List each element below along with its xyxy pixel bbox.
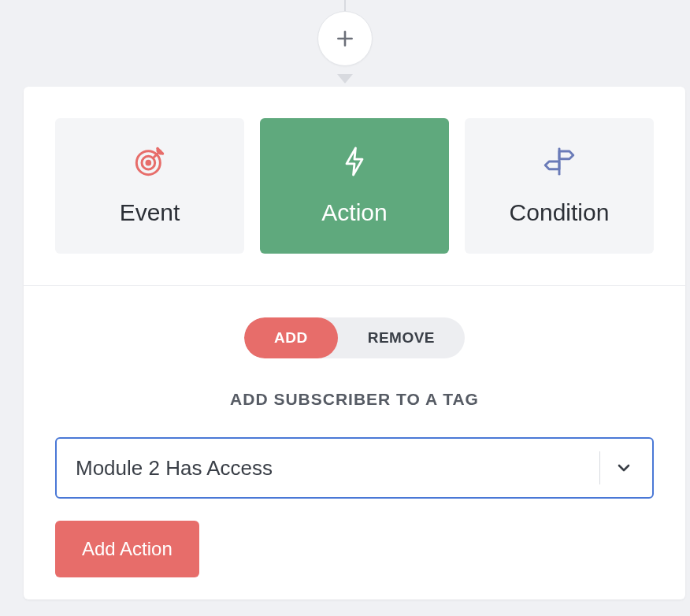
step-config-card: Event Action Condition ADD (24, 87, 685, 599)
step-type-selector: Event Action Condition (24, 87, 685, 286)
action-config-panel: ADD REMOVE ADD SUBSCRIBER TO A TAG Modul… (24, 286, 685, 599)
target-icon (134, 146, 165, 180)
signpost-icon (543, 146, 576, 180)
config-heading: ADD SUBSCRIBER TO A TAG (230, 390, 479, 409)
select-divider (599, 451, 600, 484)
type-event-label: Event (120, 199, 180, 226)
bolt-icon (340, 146, 369, 180)
chevron-down-icon (614, 458, 633, 477)
type-event[interactable]: Event (55, 118, 244, 254)
tag-select-value: Module 2 Has Access (76, 456, 592, 481)
type-action[interactable]: Action (260, 118, 449, 254)
plus-icon (335, 28, 355, 49)
add-remove-toggle: ADD REMOVE (244, 317, 465, 358)
toggle-remove[interactable]: REMOVE (338, 317, 465, 358)
tag-select[interactable]: Module 2 Has Access (55, 437, 654, 499)
add-step-button[interactable] (317, 11, 373, 66)
add-action-button[interactable]: Add Action (55, 521, 199, 577)
svg-point-4 (147, 161, 150, 165)
type-action-label: Action (321, 199, 387, 226)
connector-arrow (337, 74, 353, 83)
type-condition-label: Condition (510, 199, 610, 226)
type-condition[interactable]: Condition (465, 118, 654, 254)
toggle-add[interactable]: ADD (244, 317, 338, 358)
